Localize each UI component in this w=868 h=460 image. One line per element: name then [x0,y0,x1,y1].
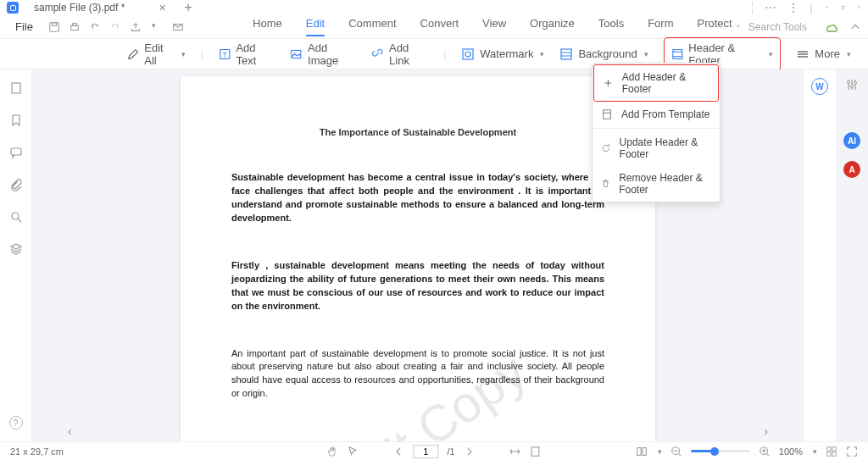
app-icon [7,2,19,14]
svg-rect-49 [832,452,836,455]
fullscreen-icon[interactable] [846,446,858,457]
next-page-icon[interactable] [464,446,476,457]
menu-home[interactable]: Home [253,17,282,36]
paragraph-3: An important part of sustainable develop… [231,347,604,402]
thumbnails-icon[interactable] [9,81,23,95]
page-input[interactable] [413,445,438,458]
menu-view[interactable]: View [482,17,506,36]
add-header-footer-item[interactable]: Add Header & Footer [593,64,719,102]
zoom-value: 100% [779,446,803,457]
undo-icon[interactable] [89,21,101,33]
svg-rect-7 [72,23,76,25]
background-button[interactable]: Background▾ [559,47,648,61]
image-icon [290,47,303,61]
remove-header-footer-item[interactable]: Remove Header & Footer [593,166,720,202]
minimize-icon[interactable] [825,5,829,9]
svg-point-29 [851,86,854,88]
menu-dots-icon[interactable]: ⋮ [788,2,798,14]
save-icon[interactable] [48,21,60,33]
paragraph-2: Firstly , sustainable development means … [231,259,604,313]
menu-convert[interactable]: Convert [420,17,459,36]
menu-protect[interactable]: Protect [698,17,732,36]
settings-icon[interactable] [845,78,859,91]
svg-rect-34 [604,110,611,119]
add-from-template-item[interactable]: Add From Template [593,103,720,126]
file-tab[interactable]: sample File (3).pdf * × [25,0,175,16]
collapse-icon[interactable] [849,21,861,33]
cloud-icon[interactable] [824,20,837,34]
zoom-in-icon[interactable] [759,446,771,457]
menu-edit[interactable]: Edit [306,17,325,36]
view-mode-icon[interactable] [636,446,648,457]
update-header-footer-item[interactable]: Update Header & Footer [593,130,720,166]
scroll-right-icon[interactable]: › [764,424,768,438]
add-text-button[interactable]: T Add Text [219,42,275,67]
menu-comment[interactable]: Comment [348,17,396,36]
print-icon[interactable] [69,21,81,33]
menu-tools[interactable]: Tools [598,17,624,36]
reading-mode-icon[interactable] [826,446,837,457]
link-icon [371,47,384,61]
assistant-badge-icon[interactable]: A [843,161,860,178]
pencil-icon [127,47,139,61]
select-tool-icon[interactable] [347,446,359,457]
svg-rect-37 [637,447,641,455]
svg-text:T: T [223,51,227,58]
svg-line-45 [766,453,769,456]
mail-icon[interactable] [172,21,184,33]
background-icon [559,47,573,61]
maximize-icon[interactable] [841,5,845,9]
add-link-button[interactable]: Add Link [371,42,428,67]
hand-tool-icon[interactable] [326,446,338,457]
watermark-button[interactable]: Watermark▾ [461,47,544,61]
page-dimensions: 21 x 29,7 cm [10,446,64,457]
svg-point-31 [854,82,857,85]
ai-orb-icon[interactable] [752,1,753,14]
close-tab-icon[interactable]: × [159,1,165,14]
right-panel: W [804,69,836,441]
svg-rect-16 [673,49,682,58]
text-icon: T [219,47,231,61]
template-icon [601,108,613,120]
fit-page-icon[interactable] [530,446,542,457]
zoom-slider[interactable] [691,450,750,452]
edit-toolbar: Edit All▾ | T Add Text Add Image Add Lin… [0,39,868,69]
word-badge-icon[interactable]: W [811,78,828,95]
more-tools-icon [796,47,810,61]
prev-page-icon[interactable] [392,446,404,457]
zoom-out-icon[interactable] [670,446,682,457]
search-tools[interactable]: Search Tools [733,21,807,33]
fit-width-icon[interactable] [509,446,521,457]
header-footer-dropdown: Add Header & Footer Add From Template Up… [592,63,721,202]
menu-form[interactable]: Form [648,17,673,36]
svg-line-41 [678,453,681,456]
svg-rect-47 [832,446,836,450]
add-image-button[interactable]: Add Image [290,42,356,67]
svg-point-24 [12,213,19,219]
help-icon[interactable]: ? [9,416,23,430]
workspace: ? The Importance of Sustainable Developm… [0,69,868,441]
edit-all-button[interactable]: Edit All▾ [127,42,186,67]
ai-badge-icon[interactable]: AI [843,132,860,149]
page-total: /1 [447,446,454,457]
scroll-left-icon[interactable]: ‹ [68,424,72,438]
bookmarks-icon[interactable] [9,114,23,127]
svg-line-25 [18,219,21,222]
menu-organize[interactable]: Organize [530,17,575,36]
svg-rect-48 [827,452,831,455]
main-menu: Home Edit Comment Convert View Organize … [185,17,732,36]
redo-icon[interactable] [109,21,121,33]
attachments-icon[interactable] [9,178,23,191]
add-tab-icon[interactable]: + [185,0,192,15]
layers-icon[interactable] [9,242,23,256]
more-button[interactable]: More▾ [796,47,851,61]
share-icon[interactable] [130,21,142,33]
close-icon[interactable] [857,5,861,9]
file-menu[interactable]: File [7,20,42,33]
svg-rect-46 [827,446,831,450]
comments-icon[interactable] [9,146,23,159]
search-panel-icon[interactable] [9,210,23,224]
svg-rect-13 [463,49,473,59]
svg-point-14 [465,52,470,57]
more-icon[interactable]: ⋯ [765,1,776,14]
